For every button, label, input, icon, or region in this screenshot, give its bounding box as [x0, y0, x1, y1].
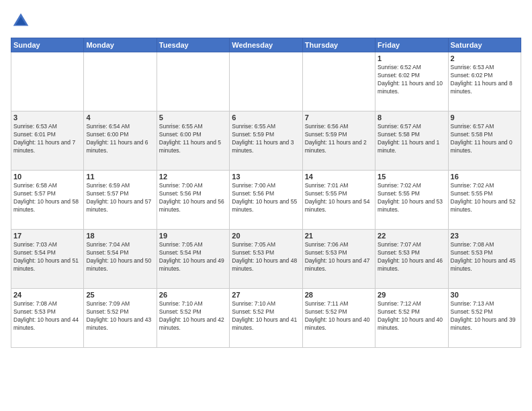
- day-info: Sunrise: 6:56 AM Sunset: 5:59 PM Dayligh…: [305, 123, 373, 155]
- day-cell: 9Sunrise: 6:57 AM Sunset: 5:58 PM Daylig…: [448, 111, 521, 171]
- day-info: Sunrise: 7:10 AM Sunset: 5:52 PM Dayligh…: [232, 300, 300, 332]
- day-cell: 8Sunrise: 6:57 AM Sunset: 5:58 PM Daylig…: [375, 111, 448, 171]
- day-cell: [230, 52, 302, 111]
- day-info: Sunrise: 7:00 AM Sunset: 5:56 PM Dayligh…: [159, 182, 227, 214]
- day-info: Sunrise: 6:54 AM Sunset: 6:00 PM Dayligh…: [86, 123, 154, 155]
- day-number: 13: [232, 173, 300, 181]
- day-cell: 4Sunrise: 6:54 AM Sunset: 6:00 PM Daylig…: [84, 111, 157, 171]
- day-cell: 24Sunrise: 7:08 AM Sunset: 5:53 PM Dayli…: [11, 289, 84, 348]
- day-cell: 1Sunrise: 6:52 AM Sunset: 6:02 PM Daylig…: [375, 52, 448, 111]
- day-cell: 21Sunrise: 7:06 AM Sunset: 5:53 PM Dayli…: [302, 230, 375, 289]
- weekday-header-monday: Monday: [84, 38, 157, 52]
- day-info: Sunrise: 7:12 AM Sunset: 5:52 PM Dayligh…: [378, 300, 445, 332]
- day-info: Sunrise: 7:13 AM Sunset: 5:52 PM Dayligh…: [451, 300, 519, 332]
- day-info: Sunrise: 7:09 AM Sunset: 5:52 PM Dayligh…: [86, 300, 154, 332]
- day-info: Sunrise: 7:06 AM Sunset: 5:53 PM Dayligh…: [305, 241, 373, 273]
- day-info: Sunrise: 7:02 AM Sunset: 5:55 PM Dayligh…: [378, 182, 445, 214]
- day-number: 22: [378, 232, 445, 240]
- day-cell: 18Sunrise: 7:04 AM Sunset: 5:54 PM Dayli…: [84, 230, 157, 289]
- day-number: 19: [159, 232, 227, 240]
- day-number: 26: [159, 291, 227, 299]
- day-cell: 30Sunrise: 7:13 AM Sunset: 5:52 PM Dayli…: [448, 289, 521, 348]
- day-cell: 7Sunrise: 6:56 AM Sunset: 5:59 PM Daylig…: [302, 111, 375, 171]
- day-cell: 22Sunrise: 7:07 AM Sunset: 5:53 PM Dayli…: [375, 230, 448, 289]
- weekday-header-saturday: Saturday: [448, 38, 521, 52]
- header: [11, 11, 521, 31]
- day-info: Sunrise: 7:04 AM Sunset: 5:54 PM Dayligh…: [86, 241, 154, 273]
- day-info: Sunrise: 6:52 AM Sunset: 6:02 PM Dayligh…: [378, 64, 445, 96]
- day-info: Sunrise: 7:10 AM Sunset: 5:52 PM Dayligh…: [159, 300, 227, 332]
- day-cell: [302, 52, 375, 111]
- day-cell: [11, 52, 84, 111]
- day-info: Sunrise: 6:55 AM Sunset: 6:00 PM Dayligh…: [159, 123, 227, 155]
- day-info: Sunrise: 6:58 AM Sunset: 5:57 PM Dayligh…: [13, 182, 81, 214]
- day-number: 1: [378, 54, 445, 62]
- day-cell: 14Sunrise: 7:01 AM Sunset: 5:55 PM Dayli…: [302, 171, 375, 230]
- weekday-header-friday: Friday: [375, 38, 448, 52]
- day-info: Sunrise: 7:05 AM Sunset: 5:54 PM Dayligh…: [159, 241, 227, 273]
- day-info: Sunrise: 7:05 AM Sunset: 5:53 PM Dayligh…: [232, 241, 300, 273]
- day-info: Sunrise: 7:07 AM Sunset: 5:53 PM Dayligh…: [378, 241, 445, 273]
- calendar: SundayMondayTuesdayWednesdayThursdayFrid…: [11, 38, 521, 348]
- day-info: Sunrise: 6:55 AM Sunset: 5:59 PM Dayligh…: [232, 123, 300, 155]
- day-info: Sunrise: 7:02 AM Sunset: 5:55 PM Dayligh…: [451, 182, 519, 214]
- day-info: Sunrise: 6:53 AM Sunset: 6:01 PM Dayligh…: [13, 123, 81, 155]
- day-info: Sunrise: 7:01 AM Sunset: 5:55 PM Dayligh…: [305, 182, 373, 214]
- day-cell: 23Sunrise: 7:08 AM Sunset: 5:53 PM Dayli…: [448, 230, 521, 289]
- day-cell: 26Sunrise: 7:10 AM Sunset: 5:52 PM Dayli…: [157, 289, 229, 348]
- week-row-1: 1Sunrise: 6:52 AM Sunset: 6:02 PM Daylig…: [11, 52, 521, 111]
- day-info: Sunrise: 7:08 AM Sunset: 5:53 PM Dayligh…: [451, 241, 519, 273]
- day-number: 25: [86, 291, 154, 299]
- day-number: 4: [86, 113, 154, 122]
- day-number: 29: [378, 291, 445, 299]
- calendar-header: SundayMondayTuesdayWednesdayThursdayFrid…: [11, 38, 521, 52]
- week-row-5: 24Sunrise: 7:08 AM Sunset: 5:53 PM Dayli…: [11, 289, 521, 348]
- day-cell: 12Sunrise: 7:00 AM Sunset: 5:56 PM Dayli…: [157, 171, 229, 230]
- day-cell: [84, 52, 157, 111]
- day-info: Sunrise: 6:53 AM Sunset: 6:02 PM Dayligh…: [451, 64, 519, 96]
- day-number: 2: [451, 54, 519, 62]
- day-number: 11: [86, 173, 154, 181]
- day-info: Sunrise: 7:03 AM Sunset: 5:54 PM Dayligh…: [13, 241, 81, 273]
- day-cell: 5Sunrise: 6:55 AM Sunset: 6:00 PM Daylig…: [157, 111, 229, 171]
- logo-icon: [11, 11, 31, 31]
- day-number: 30: [451, 291, 519, 299]
- day-cell: 2Sunrise: 6:53 AM Sunset: 6:02 PM Daylig…: [448, 52, 521, 111]
- day-info: Sunrise: 6:57 AM Sunset: 5:58 PM Dayligh…: [378, 123, 445, 155]
- page: SundayMondayTuesdayWednesdayThursdayFrid…: [0, 0, 532, 411]
- day-cell: 19Sunrise: 7:05 AM Sunset: 5:54 PM Dayli…: [157, 230, 229, 289]
- day-number: 21: [305, 232, 373, 240]
- day-number: 12: [159, 173, 227, 181]
- day-number: 20: [232, 232, 300, 240]
- day-number: 24: [13, 291, 81, 299]
- day-cell: 25Sunrise: 7:09 AM Sunset: 5:52 PM Dayli…: [84, 289, 157, 348]
- day-cell: 27Sunrise: 7:10 AM Sunset: 5:52 PM Dayli…: [230, 289, 302, 348]
- day-number: 8: [378, 113, 445, 122]
- day-cell: 17Sunrise: 7:03 AM Sunset: 5:54 PM Dayli…: [11, 230, 84, 289]
- day-cell: 16Sunrise: 7:02 AM Sunset: 5:55 PM Dayli…: [448, 171, 521, 230]
- weekday-header-wednesday: Wednesday: [230, 38, 302, 52]
- day-cell: 13Sunrise: 7:00 AM Sunset: 5:56 PM Dayli…: [230, 171, 302, 230]
- weekday-header-thursday: Thursday: [302, 38, 375, 52]
- day-number: 16: [451, 173, 519, 181]
- weekday-header-tuesday: Tuesday: [157, 38, 229, 52]
- day-cell: 6Sunrise: 6:55 AM Sunset: 5:59 PM Daylig…: [230, 111, 302, 171]
- calendar-body: 1Sunrise: 6:52 AM Sunset: 6:02 PM Daylig…: [11, 52, 521, 348]
- day-number: 17: [13, 232, 81, 240]
- day-cell: 3Sunrise: 6:53 AM Sunset: 6:01 PM Daylig…: [11, 111, 84, 171]
- day-number: 18: [86, 232, 154, 240]
- day-info: Sunrise: 7:08 AM Sunset: 5:53 PM Dayligh…: [13, 300, 81, 332]
- day-number: 9: [451, 113, 519, 122]
- day-cell: 10Sunrise: 6:58 AM Sunset: 5:57 PM Dayli…: [11, 171, 84, 230]
- week-row-3: 10Sunrise: 6:58 AM Sunset: 5:57 PM Dayli…: [11, 171, 521, 230]
- week-row-4: 17Sunrise: 7:03 AM Sunset: 5:54 PM Dayli…: [11, 230, 521, 289]
- day-number: 5: [159, 113, 227, 122]
- day-info: Sunrise: 6:59 AM Sunset: 5:57 PM Dayligh…: [86, 182, 154, 214]
- week-row-2: 3Sunrise: 6:53 AM Sunset: 6:01 PM Daylig…: [11, 111, 521, 171]
- day-number: 6: [232, 113, 300, 122]
- day-number: 10: [13, 173, 81, 181]
- day-number: 27: [232, 291, 300, 299]
- weekday-header-sunday: Sunday: [11, 38, 84, 52]
- day-cell: 11Sunrise: 6:59 AM Sunset: 5:57 PM Dayli…: [84, 171, 157, 230]
- day-info: Sunrise: 7:00 AM Sunset: 5:56 PM Dayligh…: [232, 182, 300, 214]
